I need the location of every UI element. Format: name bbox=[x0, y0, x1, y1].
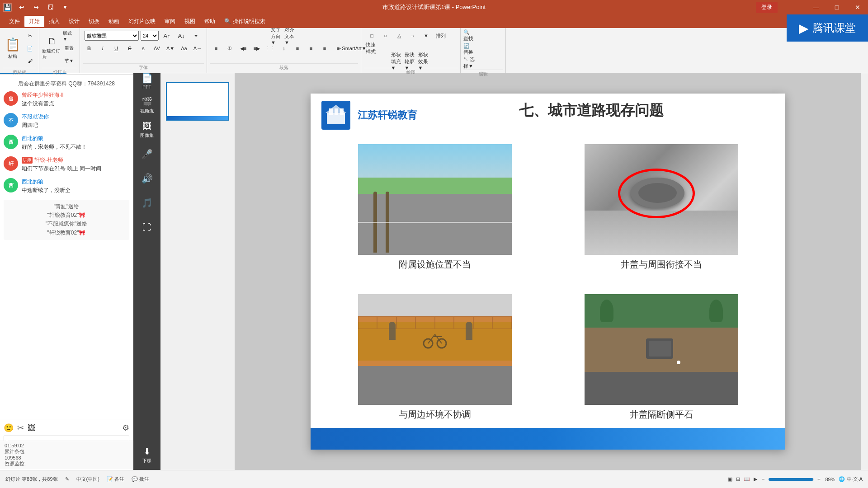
format-painter-btn[interactable]: 🖌 bbox=[24, 55, 36, 67]
shape-rect-btn[interactable]: □ bbox=[366, 30, 378, 42]
menu-help[interactable]: 帮助 bbox=[200, 16, 220, 27]
shape-fill-btn[interactable]: 形状填充▼ bbox=[391, 55, 404, 67]
font-family-select[interactable]: 微软雅黑 bbox=[85, 31, 139, 41]
align-center-btn[interactable]: ≡ bbox=[305, 42, 317, 54]
align-right-btn[interactable]: ≡ bbox=[318, 42, 331, 54]
strikethrough-btn[interactable]: S bbox=[123, 42, 136, 54]
decrease-font-btn[interactable]: A↓ bbox=[175, 30, 188, 42]
char-spacing-btn[interactable]: Aa bbox=[178, 42, 190, 54]
section-btn[interactable]: 节▼ bbox=[63, 55, 75, 67]
new-slide-btn[interactable]: 🗋新建幻灯片 bbox=[42, 36, 62, 61]
menu-slideshow[interactable]: 幻灯片放映 bbox=[124, 16, 160, 27]
shape-arrow-btn[interactable]: → bbox=[406, 30, 419, 42]
align-left-btn[interactable]: ≡ bbox=[291, 42, 304, 54]
view-normal-icon[interactable]: ▣ bbox=[728, 476, 732, 482]
scissors-btn[interactable]: ✂ bbox=[17, 423, 24, 433]
clear-format-btn[interactable]: ✦ bbox=[189, 30, 202, 42]
end-class-btn[interactable]: ⬇ 下课 bbox=[136, 444, 158, 466]
gift-line2: "轩锐教育02"🎀 bbox=[7, 211, 126, 220]
find-btn[interactable]: 🔍 查找 bbox=[463, 30, 476, 42]
window-controls: — □ ✕ bbox=[806, 0, 868, 14]
image-gallery-btn[interactable]: 🖼 图像集 bbox=[136, 118, 158, 141]
maximize-btn[interactable]: □ bbox=[826, 0, 847, 14]
fullscreen-btn[interactable]: ⛶ bbox=[136, 216, 158, 239]
settings-gear-btn[interactable]: ⚙ bbox=[122, 423, 129, 433]
menu-review[interactable]: 审阅 bbox=[160, 16, 180, 27]
undo-icon[interactable]: ↩ bbox=[14, 0, 29, 14]
image-btn[interactable]: 🖼 bbox=[28, 423, 36, 433]
quick-access[interactable]: 🖫 bbox=[43, 0, 58, 14]
layout-btn[interactable]: 版式▼ bbox=[63, 30, 75, 42]
quick-style-btn[interactable]: 快速样式 bbox=[366, 42, 378, 54]
slide-caption-2: 井盖与周围衔接不当 bbox=[621, 258, 702, 271]
speaker-btn[interactable]: 🔊 bbox=[136, 167, 158, 190]
increase-indent-btn[interactable]: ≡▶ bbox=[250, 42, 263, 54]
chat-message: 这个没有音点 bbox=[22, 100, 129, 108]
slide-images-grid: 附属设施位置不当 井盖与周围衔接不当 bbox=[311, 137, 785, 444]
music-btn[interactable]: 🎵 bbox=[136, 192, 158, 214]
video-btn[interactable]: 🎬 视频流 bbox=[136, 94, 158, 117]
copy-btn[interactable]: 📄 bbox=[24, 42, 36, 54]
menu-bar: 文件 开始 插入 设计 切换 动画 幻灯片放映 审阅 视图 帮助 🔍操作说明搜索 bbox=[0, 14, 787, 28]
minimize-btn[interactable]: — bbox=[806, 0, 826, 14]
shadow-btn[interactable]: s bbox=[137, 42, 150, 54]
notes-btn[interactable]: 📝 备注 bbox=[107, 476, 124, 483]
slide-thumbnail[interactable] bbox=[166, 82, 229, 121]
comments-btn[interactable]: 💬 批注 bbox=[132, 476, 149, 483]
shape-outline-btn[interactable]: 形状轮廓▼ bbox=[405, 55, 417, 67]
menu-search[interactable]: 🔍操作说明搜索 bbox=[220, 16, 270, 27]
italic-btn[interactable]: I bbox=[96, 42, 109, 54]
teacher-badge: 讲师 bbox=[22, 157, 33, 164]
increase-font-btn[interactable]: A↑ bbox=[160, 30, 173, 42]
slide-image-road bbox=[358, 144, 512, 255]
convert-smartart-btn[interactable]: →SmartArt▼ bbox=[345, 42, 358, 54]
bold-btn[interactable]: B bbox=[83, 42, 95, 54]
slide-main-title: 七、城市道路现存问题 bbox=[519, 101, 664, 121]
decrease-indent-btn[interactable]: ◀≡ bbox=[237, 42, 250, 54]
video-label: 视频流 bbox=[140, 108, 154, 114]
redo-icon[interactable]: ↪ bbox=[29, 0, 43, 14]
view-reading-icon[interactable]: 📖 bbox=[744, 476, 750, 482]
spacing-btn[interactable]: AV bbox=[151, 42, 163, 54]
microphone-btn[interactable]: 🎤 bbox=[136, 143, 158, 165]
close-btn[interactable]: ✕ bbox=[847, 0, 868, 14]
arrange-btn[interactable]: 排列 bbox=[434, 30, 448, 42]
menu-insert[interactable]: 插入 bbox=[44, 16, 64, 27]
ribbon-editing-group: 🔍 查找 🔄 替换 ↖ 选择▼ 编辑 bbox=[461, 28, 506, 73]
paste-btn[interactable]: 📋粘贴 bbox=[3, 36, 23, 61]
shape-effect-btn[interactable]: 形状效果▼ bbox=[418, 55, 431, 67]
align-text-btn[interactable]: 对齐文本▼ bbox=[284, 30, 297, 42]
emoji-btn[interactable]: 🙂 bbox=[4, 423, 14, 433]
shape-more-btn[interactable]: ▼ bbox=[420, 30, 433, 42]
line-spacing-btn[interactable]: ↕ bbox=[278, 42, 290, 54]
replace-btn[interactable]: 🔄 替换 bbox=[463, 43, 476, 55]
view-slideshow-icon[interactable]: ▶ bbox=[754, 476, 757, 482]
bullet-btn[interactable]: ≡ bbox=[210, 42, 222, 54]
zoom-out-btn[interactable]: － bbox=[761, 476, 766, 483]
customize[interactable]: ▼ bbox=[58, 0, 72, 14]
menu-animation[interactable]: 动画 bbox=[104, 16, 124, 27]
shape-tri-btn[interactable]: △ bbox=[393, 30, 406, 42]
menu-home[interactable]: 开始 bbox=[24, 16, 44, 27]
ribbon-font-group: 微软雅黑 24 A↑ A↓ ✦ B I U S s AV A▼ Aa A→ 字体 bbox=[80, 28, 207, 73]
menu-file[interactable]: 文件 bbox=[5, 16, 24, 27]
font-size-select[interactable]: 24 bbox=[141, 31, 159, 41]
col-btn[interactable]: ⋮⋮ bbox=[264, 42, 277, 54]
select-btn[interactable]: ↖ 选择▼ bbox=[463, 57, 476, 69]
zoom-in-btn[interactable]: ＋ bbox=[816, 476, 821, 483]
font-color-btn[interactable]: A▼ bbox=[164, 42, 177, 54]
text-direction-btn[interactable]: 文字方向▼ bbox=[271, 30, 283, 42]
cut-btn[interactable]: ✂ bbox=[24, 30, 36, 42]
view-slide-icon[interactable]: ⊞ bbox=[736, 476, 740, 482]
reset-btn[interactable]: 重置 bbox=[63, 42, 75, 54]
font-group-label: 字体 bbox=[83, 63, 204, 71]
shape-circle-btn[interactable]: ○ bbox=[379, 30, 392, 42]
numbering-btn[interactable]: ① bbox=[223, 42, 236, 54]
menu-design[interactable]: 设计 bbox=[64, 16, 84, 27]
zoom-bar bbox=[769, 478, 814, 481]
menu-view[interactable]: 视图 bbox=[180, 16, 200, 27]
login-button[interactable]: 登录 bbox=[756, 2, 778, 13]
menu-transition[interactable]: 切换 bbox=[84, 16, 104, 27]
underline-btn[interactable]: U bbox=[110, 42, 123, 54]
case-btn[interactable]: A→ bbox=[191, 42, 204, 54]
